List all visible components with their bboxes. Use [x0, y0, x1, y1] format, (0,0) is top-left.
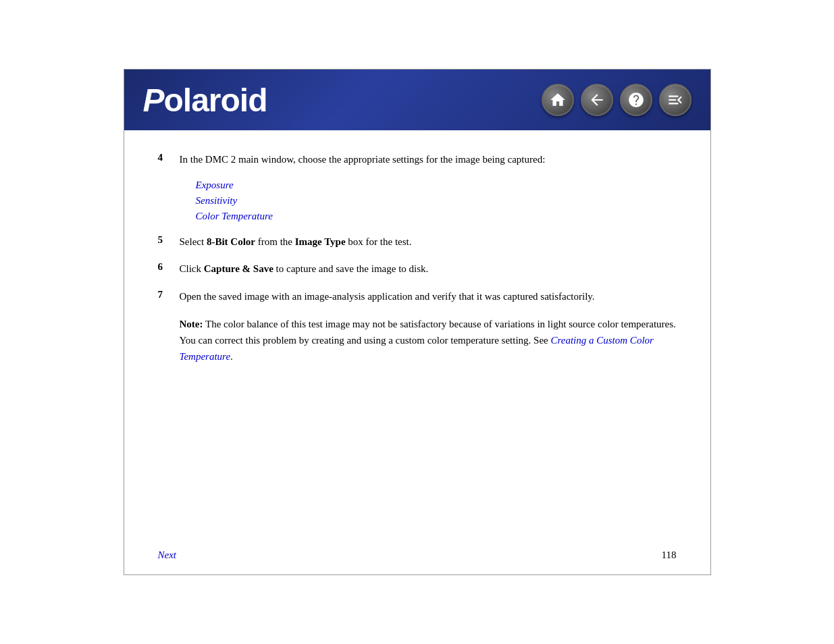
content-area: 4 In the DMC 2 main window, choose the a… [124, 130, 710, 541]
step-7-text: Open the saved image with an image-analy… [180, 289, 677, 304]
note-label: Note: The color balance of this test ima… [180, 319, 676, 362]
page-footer: Next 118 [124, 541, 710, 574]
step-6-text: Click Capture & Save to capture and save… [180, 261, 677, 277]
step-4-text: In the DMC 2 main window, choose the app… [180, 152, 677, 167]
sensitivity-link[interactable]: Sensitivity [196, 195, 677, 207]
header-banner: Polaroid [124, 70, 710, 130]
help-icon-button[interactable] [620, 84, 652, 116]
step-5-bold2: Image Type [295, 236, 346, 247]
index-icon-button[interactable] [659, 84, 692, 116]
header-icons [542, 84, 692, 116]
step-4-links: Exposure Sensitivity Color Temperature [196, 180, 677, 222]
note-text-after: . [230, 351, 233, 362]
home-icon-button[interactable] [542, 84, 574, 116]
exposure-link[interactable]: Exposure [196, 180, 677, 191]
help-page: Polaroid [124, 69, 711, 575]
step-5-number: 5 [158, 234, 180, 246]
step-7-number: 7 [158, 289, 180, 300]
logo-p: P [143, 82, 164, 118]
note-block: Note: The color balance of this test ima… [180, 316, 677, 365]
step-4: 4 In the DMC 2 main window, choose the a… [158, 152, 677, 167]
step-5: 5 Select 8-Bit Color from the Image Type… [158, 234, 677, 250]
step-5-text: Select 8-Bit Color from the Image Type b… [180, 234, 677, 250]
step-6-number: 6 [158, 261, 180, 273]
color-temperature-link[interactable]: Color Temperature [196, 211, 677, 222]
index-icon [667, 91, 684, 109]
logo-text: olaroid [164, 82, 267, 118]
step-6-bold1: Capture & Save [204, 263, 273, 274]
home-icon [549, 91, 567, 109]
step-6: 6 Click Capture & Save to capture and sa… [158, 261, 677, 277]
back-icon-button[interactable] [581, 84, 613, 116]
step-7: 7 Open the saved image with an image-ana… [158, 289, 677, 304]
polaroid-logo: Polaroid [143, 82, 267, 119]
page-number: 118 [662, 549, 677, 561]
note-bold-label: Note: [180, 319, 203, 329]
back-icon [588, 91, 606, 109]
next-link[interactable]: Next [158, 549, 177, 561]
step-4-number: 4 [158, 152, 180, 163]
question-icon [627, 91, 645, 109]
step-5-bold1: 8-Bit Color [207, 236, 255, 247]
